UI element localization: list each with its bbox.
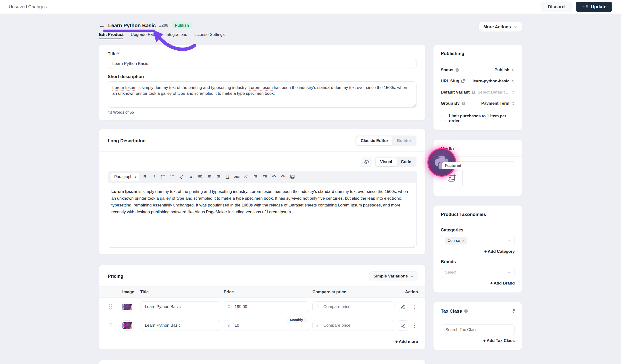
rich-text-editor: Paragraph bbox=[108, 171, 416, 248]
italic-icon[interactable] bbox=[150, 173, 158, 181]
url-slug-select[interactable]: learn-python-basic bbox=[473, 79, 515, 84]
select-chevrons-icon bbox=[512, 68, 515, 72]
tab-license-settings[interactable]: License Settings bbox=[194, 32, 225, 39]
align-center-icon[interactable] bbox=[206, 173, 213, 181]
resize-handle[interactable] bbox=[413, 104, 415, 107]
visual-code-switch: Visual Code bbox=[375, 157, 416, 167]
basic-info-card: Title* Short description Lorem Ipsum is … bbox=[99, 45, 425, 120]
bold-icon[interactable] bbox=[141, 173, 148, 181]
publish-status-badge: Publish bbox=[172, 22, 192, 29]
currency-symbol: € bbox=[227, 323, 230, 328]
classic-editor-option[interactable]: Classic Editor bbox=[356, 136, 393, 145]
tax-class-search-input[interactable] bbox=[441, 324, 515, 335]
add-tax-class-link[interactable]: + Add Tax Class bbox=[483, 338, 515, 343]
limit-purchases-row: Limit purchases to 1 item per order bbox=[441, 114, 515, 123]
unordered-list-icon[interactable] bbox=[160, 173, 167, 181]
update-button[interactable]: ⌘S Update bbox=[576, 2, 612, 12]
editor-content[interactable]: Lorem Ipsum is simply dummy text of the … bbox=[108, 182, 416, 247]
categories-label: Categories bbox=[441, 228, 515, 233]
align-left-icon[interactable] bbox=[196, 173, 204, 181]
price-image-thumbnail[interactable] bbox=[122, 302, 132, 312]
underline-icon[interactable] bbox=[224, 173, 231, 181]
remove-category-icon[interactable] bbox=[462, 239, 465, 243]
spellcheck-word: Lorem Ipsum bbox=[112, 85, 136, 90]
add-category-link[interactable]: + Add Category bbox=[484, 249, 515, 254]
link-icon[interactable] bbox=[178, 173, 185, 181]
external-link-icon[interactable] bbox=[510, 309, 515, 313]
resize-handle[interactable] bbox=[412, 243, 415, 246]
edit-price-button[interactable] bbox=[398, 302, 408, 312]
price-title-input[interactable] bbox=[140, 320, 220, 331]
back-arrow-icon[interactable] bbox=[99, 23, 105, 28]
currency-symbol: € bbox=[227, 305, 230, 309]
preview-button[interactable] bbox=[361, 157, 372, 167]
add-more-price-link[interactable]: + Add more bbox=[396, 339, 418, 344]
undo-icon[interactable] bbox=[270, 173, 277, 181]
default-variant-select[interactable]: Select Default ... bbox=[478, 90, 515, 95]
paragraph-dropdown[interactable]: Paragraph bbox=[111, 173, 139, 181]
status-value: Publish bbox=[495, 68, 509, 72]
column-title: Title bbox=[140, 290, 220, 294]
taxonomies-title: Product Taxonomies bbox=[441, 212, 515, 217]
variations-dropdown[interactable]: Simple Variations bbox=[369, 271, 418, 281]
redo-icon[interactable] bbox=[279, 173, 287, 181]
drag-handle-icon[interactable] bbox=[109, 304, 112, 309]
drag-handle-icon[interactable] bbox=[109, 323, 112, 328]
tab-integrations[interactable]: Integrations bbox=[165, 32, 187, 39]
product-tabs: Edit Product Upgrade Paths Integrations … bbox=[99, 32, 225, 39]
add-image-icon bbox=[448, 174, 456, 182]
variations-label: Simple Variations bbox=[373, 274, 408, 279]
add-brand-link[interactable]: + Add Brand bbox=[490, 281, 515, 286]
categories-select[interactable]: Course bbox=[441, 235, 515, 246]
price-input[interactable] bbox=[224, 301, 309, 312]
taxonomies-panel: Product Taxonomies Categories Course + A… bbox=[433, 206, 522, 293]
ordered-list-icon[interactable] bbox=[169, 173, 176, 181]
price-image-thumbnail[interactable] bbox=[122, 320, 132, 331]
featured-image[interactable]: Featured bbox=[441, 161, 515, 163]
status-select[interactable]: Publish bbox=[495, 68, 515, 72]
url-slug-row: URL Slug learn-python-basic bbox=[441, 79, 515, 84]
row-menu-icon[interactable] bbox=[412, 304, 418, 310]
editor-bold-text: Lorem Ipsum bbox=[111, 189, 137, 194]
strikethrough-icon[interactable] bbox=[233, 173, 241, 181]
more-actions-button[interactable]: More Actions bbox=[478, 22, 522, 32]
price-title-input[interactable] bbox=[140, 301, 220, 312]
eraser-icon[interactable] bbox=[242, 173, 250, 181]
short-description-label: Short description bbox=[108, 74, 416, 79]
discard-button[interactable]: Discard bbox=[541, 2, 572, 12]
price-row: € € bbox=[99, 298, 425, 316]
code-tab[interactable]: Code bbox=[397, 158, 416, 166]
edit-price-button[interactable] bbox=[398, 320, 408, 331]
tab-edit-product[interactable]: Edit Product bbox=[99, 32, 123, 39]
divider bbox=[433, 319, 522, 319]
short-description-textarea[interactable]: Lorem Ipsum is simply dummy text of the … bbox=[108, 81, 416, 108]
pricing-table-header: Image Title Price Compare at price Actio… bbox=[99, 286, 425, 298]
sidebar: Publishing Status Publish URL Slug bbox=[433, 45, 522, 350]
publishing-title: Publishing bbox=[441, 51, 515, 56]
insert-image-icon[interactable] bbox=[289, 173, 296, 181]
external-link-icon[interactable] bbox=[461, 79, 465, 83]
title-input[interactable] bbox=[108, 59, 416, 69]
tab-upgrade-paths[interactable]: Upgrade Paths bbox=[131, 32, 158, 39]
blockquote-icon[interactable] bbox=[187, 173, 194, 181]
compare-price-input[interactable] bbox=[312, 320, 395, 331]
indent-icon[interactable] bbox=[252, 173, 259, 181]
divider bbox=[433, 222, 522, 222]
limit-purchases-checkbox[interactable] bbox=[441, 116, 446, 121]
compare-price-input[interactable] bbox=[312, 301, 395, 312]
outdent-icon[interactable] bbox=[261, 173, 268, 181]
align-right-icon[interactable] bbox=[215, 173, 222, 181]
visual-tab[interactable]: Visual bbox=[376, 158, 397, 166]
long-description-title: Long Description bbox=[108, 138, 146, 143]
page-wrapper: Learn Python Basic #208 Publish Edit Pro… bbox=[99, 22, 522, 364]
pencil-icon bbox=[401, 323, 405, 328]
caret-down-icon bbox=[135, 175, 137, 179]
column-price: Price bbox=[224, 290, 309, 294]
brands-select[interactable]: Select bbox=[441, 267, 515, 278]
row-menu-icon[interactable] bbox=[412, 323, 418, 328]
group-by-select[interactable]: Payment Term bbox=[481, 101, 515, 106]
info-icon bbox=[472, 90, 475, 94]
builder-option[interactable]: Builder bbox=[393, 136, 415, 145]
keyboard-shortcut-label: ⌘S bbox=[582, 4, 588, 9]
status-label: Status bbox=[441, 68, 453, 72]
